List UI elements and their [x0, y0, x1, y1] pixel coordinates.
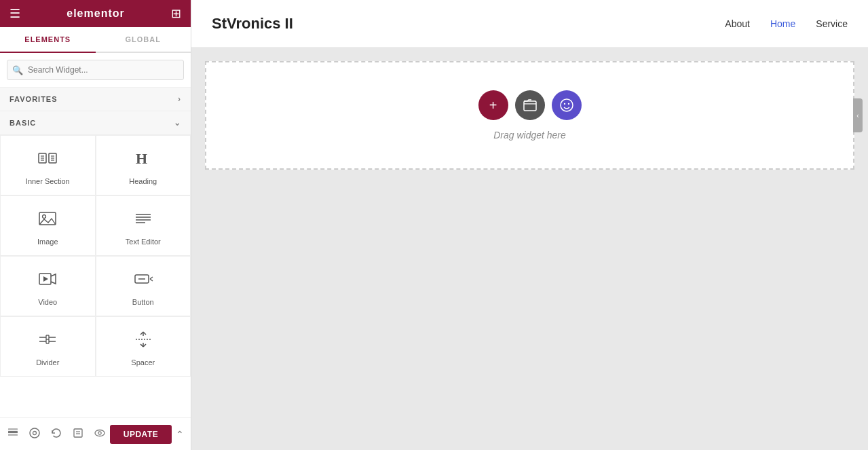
heading-icon: H	[133, 148, 153, 172]
preview-icon[interactable]	[94, 427, 106, 442]
video-label: Video	[38, 298, 57, 306]
button-label: Button	[132, 298, 154, 306]
svg-rect-39	[8, 431, 18, 433]
history-icon[interactable]	[50, 427, 62, 442]
canvas-content: + Drag widget here ‹	[191, 48, 868, 450]
preview-logo: StVronics II	[212, 15, 293, 33]
svg-point-42	[30, 428, 39, 438]
svg-rect-9	[39, 212, 56, 225]
add-widget-button[interactable]: +	[478, 90, 508, 120]
svg-point-43	[33, 431, 37, 434]
svg-point-48	[98, 431, 101, 434]
nav-home[interactable]: Home	[770, 18, 795, 29]
svg-point-50	[561, 99, 573, 111]
text-editor-label: Text Editor	[126, 238, 161, 246]
inner-section-icon	[37, 148, 58, 172]
search-input[interactable]	[7, 60, 184, 80]
video-icon	[37, 269, 58, 293]
add-template-button[interactable]	[515, 90, 545, 120]
tab-elements[interactable]: ELEMENTS	[0, 27, 96, 53]
drop-zone[interactable]: + Drag widget here ‹	[205, 61, 854, 170]
theme-icon[interactable]	[29, 427, 41, 442]
image-label: Image	[37, 238, 58, 246]
widget-button[interactable]: Button	[96, 256, 191, 316]
widget-divider[interactable]: Divider	[0, 316, 96, 377]
tab-global[interactable]: GLOBAL	[96, 27, 191, 53]
svg-marker-16	[43, 276, 48, 282]
svg-rect-41	[8, 428, 18, 430]
basic-label: BASIC	[10, 119, 36, 127]
widget-spacer[interactable]: Spacer	[96, 316, 191, 377]
grid-icon[interactable]: ⊞	[171, 6, 181, 21]
svg-rect-40	[8, 434, 18, 436]
widget-video[interactable]: Video	[0, 256, 96, 316]
svg-point-51	[563, 103, 565, 105]
preview-menu: About Home Service	[725, 18, 848, 29]
spacer-label: Spacer	[131, 358, 155, 367]
heading-label: Heading	[129, 177, 157, 185]
svg-line-19	[150, 279, 153, 281]
image-icon	[37, 208, 58, 232]
elementor-logo: elementor	[67, 7, 124, 20]
drag-widget-text: Drag widget here	[493, 130, 566, 140]
preview-nav: StVronics II About Home Service	[191, 0, 868, 48]
svg-rect-49	[524, 101, 536, 111]
add-emoji-button[interactable]	[552, 90, 582, 120]
sidebar-bottom: UPDATE ⌃	[0, 417, 191, 450]
spacer-icon	[133, 329, 153, 353]
svg-point-52	[567, 103, 569, 105]
svg-text:H: H	[136, 150, 147, 167]
widget-inner-section[interactable]: Inner Section	[0, 135, 96, 195]
section-basic[interactable]: BASIC ⌄	[0, 111, 191, 135]
svg-line-18	[150, 277, 153, 279]
basic-chevron: ⌄	[174, 118, 181, 128]
sidebar: ☰ elementor ⊞ ELEMENTS GLOBAL 🔍 FAVORITE…	[0, 0, 191, 450]
nav-service[interactable]: Service	[816, 18, 848, 29]
expand-icon[interactable]: ⌃	[176, 429, 184, 440]
text-editor-icon	[133, 208, 153, 232]
collapse-handle[interactable]: ‹	[853, 98, 863, 132]
notes-icon[interactable]	[72, 427, 84, 442]
button-icon	[133, 269, 153, 293]
widget-grid: Inner Section H Heading	[0, 135, 191, 377]
widget-text-editor[interactable]: Text Editor	[96, 195, 191, 256]
bottom-icons	[7, 427, 106, 442]
hamburger-icon[interactable]: ☰	[10, 6, 20, 21]
section-favorites[interactable]: FAVORITES ›	[0, 88, 191, 111]
sidebar-tabs: ELEMENTS GLOBAL	[0, 27, 191, 53]
update-button[interactable]: UPDATE	[110, 425, 172, 444]
divider-icon	[37, 329, 58, 353]
sidebar-scroll: FAVORITES › BASIC ⌄	[0, 88, 191, 417]
inner-section-label: Inner Section	[26, 177, 70, 185]
divider-label: Divider	[36, 358, 59, 367]
svg-rect-44	[74, 429, 82, 437]
widget-image[interactable]: Image	[0, 195, 96, 256]
layers-icon[interactable]	[7, 427, 19, 442]
nav-about[interactable]: About	[725, 18, 750, 29]
sidebar-search-container: 🔍	[0, 53, 191, 88]
svg-point-47	[95, 430, 105, 436]
favorites-label: FAVORITES	[10, 95, 58, 103]
sidebar-header: ☰ elementor ⊞	[0, 0, 191, 27]
svg-point-10	[43, 215, 46, 219]
drop-zone-actions: +	[478, 90, 582, 120]
canvas: StVronics II About Home Service +	[191, 0, 868, 450]
favorites-chevron: ›	[178, 94, 181, 104]
widget-heading[interactable]: H Heading	[96, 135, 191, 195]
